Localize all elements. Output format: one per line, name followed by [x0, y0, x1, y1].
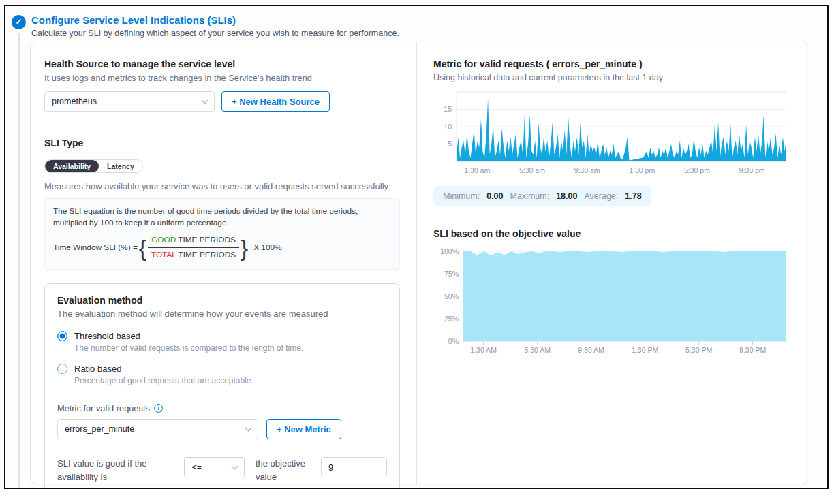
- evaluation-method-description: The evaluation method will determine how…: [57, 309, 387, 319]
- svg-text:9:30 am: 9:30 am: [574, 166, 600, 174]
- good-periods-word: GOOD: [151, 235, 176, 245]
- svg-text:25%: 25%: [444, 315, 459, 323]
- metric-chart-heading: Metric for valid requests ( errors_per_m…: [433, 59, 792, 69]
- sli-equation-formula: Time Window SLI (%) = { GOOD TIME PERIOD…: [53, 234, 391, 261]
- health-source-description: It uses logs and metrics to track change…: [44, 73, 400, 83]
- svg-text:1:30 AM: 1:30 AM: [470, 346, 497, 354]
- new-metric-button[interactable]: + New Metric: [266, 419, 341, 439]
- stepper-rail: [18, 33, 20, 488]
- health-source-select[interactable]: prometheus: [44, 91, 215, 112]
- valid-requests-metric-select[interactable]: errors_per_minute: [57, 419, 258, 439]
- ratio-based-description: Percentage of good requests that are acc…: [74, 376, 387, 385]
- svg-text:75%: 75%: [444, 270, 459, 278]
- metric-timeseries-chart: 510151:30 am5:30 am9:30 am1:30 pm5:30 pm…: [433, 88, 792, 176]
- operator-select[interactable]: <=: [184, 457, 244, 477]
- operator-value: <=: [191, 462, 202, 472]
- evaluation-method-heading: Evaluation method: [57, 295, 387, 306]
- sli-condition-text: SLI value is good if the availability is: [57, 457, 179, 484]
- chevron-down-icon: [202, 97, 208, 104]
- ratio-based-option[interactable]: Ratio based: [57, 364, 387, 374]
- svg-text:5:30 PM: 5:30 PM: [685, 346, 712, 354]
- svg-text:9:30 AM: 9:30 AM: [578, 346, 604, 354]
- chevron-down-icon: [245, 424, 252, 431]
- equation-suffix: X 100%: [253, 242, 281, 253]
- sli-chart-heading: SLI based on the objective value: [433, 228, 792, 239]
- average-value: 1.78: [625, 191, 641, 201]
- objective-value-text: the objective value: [256, 457, 310, 484]
- total-periods-word: TOTAL: [151, 250, 176, 259]
- sli-equation-text: The SLI equation is the number of good t…: [53, 206, 391, 229]
- maximum-value: 18.00: [556, 191, 577, 201]
- minimum-label: Minimum:: [443, 191, 480, 201]
- preview-column: Metric for valid requests ( errors_per_m…: [416, 42, 808, 484]
- svg-text:0%: 0%: [448, 337, 459, 345]
- metric-selected-value: errors_per_minute: [65, 424, 134, 434]
- sli-config-card: Health Source to manage the service leve…: [30, 42, 807, 484]
- svg-text:1:30 PM: 1:30 PM: [632, 346, 658, 354]
- threshold-based-radio[interactable]: [57, 331, 67, 341]
- health-source-selected-value: prometheus: [52, 97, 97, 106]
- threshold-based-option[interactable]: Threshold based: [57, 331, 387, 341]
- svg-text:5:30 am: 5:30 am: [519, 166, 545, 174]
- metric-stats-badge: Minimum: 0.00 Maximum: 18.00 Average: 1.…: [433, 186, 651, 206]
- new-health-source-button[interactable]: + New Health Source: [221, 91, 330, 112]
- page-title: Configure Service Level Indications (SLI…: [31, 14, 236, 26]
- minimum-value: 0.00: [486, 191, 503, 201]
- step-complete-check-icon: [12, 15, 26, 29]
- objective-value-input[interactable]: [321, 457, 387, 477]
- svg-text:100%: 100%: [440, 247, 459, 255]
- svg-text:50%: 50%: [444, 292, 459, 300]
- metric-chart-subtitle: Using historical data and current parame…: [433, 73, 792, 82]
- sli-type-description: Measures how available your service was …: [44, 181, 400, 191]
- open-brace: {: [138, 236, 148, 259]
- config-column: Health Source to manage the service leve…: [31, 42, 416, 484]
- chevron-down-icon: [231, 462, 238, 469]
- ratio-based-radio[interactable]: [57, 364, 67, 374]
- svg-text:10: 10: [444, 123, 452, 131]
- svg-text:9:30 pm: 9:30 pm: [739, 166, 765, 174]
- svg-text:1:30 pm: 1:30 pm: [629, 166, 655, 174]
- svg-text:9:30 PM: 9:30 PM: [739, 346, 766, 354]
- threshold-based-description: The number of valid requests is compared…: [74, 343, 387, 353]
- metric-for-valid-requests-label: Metric for valid requests: [57, 403, 387, 413]
- equation-prefix: Time Window SLI (%) =: [53, 242, 138, 253]
- sli-equation-box: The SLI equation is the number of good t…: [44, 198, 400, 270]
- sli-type-option-latency[interactable]: Latency: [99, 160, 142, 172]
- close-brace: }: [239, 236, 249, 259]
- app-window: Configure Service Level Indications (SLI…: [4, 5, 829, 489]
- evaluation-method-box: Evaluation method The evaluation method …: [44, 283, 400, 489]
- svg-text:5: 5: [448, 140, 452, 148]
- svg-text:1:30 am: 1:30 am: [464, 166, 490, 174]
- health-source-heading: Health Source to manage the service leve…: [44, 59, 400, 69]
- info-icon[interactable]: [154, 404, 163, 413]
- sli-type-toggle: Availability Latency: [44, 159, 143, 173]
- sli-type-heading: SLI Type: [44, 138, 400, 148]
- page-subtitle: Calculate your SLI by defining which asp…: [31, 29, 399, 38]
- svg-text:5:30 pm: 5:30 pm: [684, 166, 710, 174]
- maximum-label: Maximum:: [510, 191, 550, 201]
- svg-text:15: 15: [444, 105, 452, 113]
- svg-text:5:30 AM: 5:30 AM: [524, 346, 551, 354]
- sli-objective-chart: 0%25%50%75%100%1:30 AM5:30 AM9:30 AM1:30…: [433, 247, 792, 356]
- sli-type-option-availability[interactable]: Availability: [45, 160, 99, 172]
- equation-fraction: GOOD TIME PERIODS TOTAL TIME PERIODS: [148, 234, 239, 261]
- average-label: Average:: [584, 191, 618, 201]
